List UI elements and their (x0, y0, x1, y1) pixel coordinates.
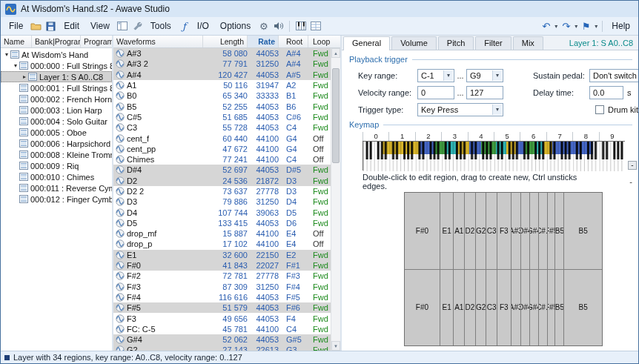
combo-arrow-icon[interactable]: ▾ (492, 70, 502, 81)
effects-icon[interactable]: ƒ (177, 19, 191, 33)
speaker-icon[interactable] (271, 19, 285, 33)
waveform-row[interactable]: F#387 30931250F#4Fwd (113, 282, 331, 292)
velocity-to-field[interactable]: 127 (466, 86, 503, 99)
bookmark-menu-caret-icon[interactable]: ▾ (594, 23, 598, 30)
menu-io[interactable]: I/O (192, 19, 214, 33)
scrollbar-track[interactable] (331, 58, 340, 341)
waveform-row[interactable]: F#551 57944053F#6Fwd (113, 302, 331, 313)
keymap-region[interactable]: F3 (497, 193, 511, 269)
keymap-region[interactable]: E1 (440, 193, 454, 269)
gear-icon[interactable]: ⚙ (256, 19, 271, 33)
tree-item[interactable]: 000:012 : Finger Cymbal (1, 193, 112, 205)
column-length[interactable]: Length (203, 36, 248, 47)
keymap-region[interactable]: A1 (454, 193, 465, 269)
tree-item[interactable]: 000:008 : Kleine Trommel (1, 149, 112, 160)
keymap-region[interactable]: B5 (564, 193, 602, 269)
waveform-row[interactable]: F#272 78127778F#3Fwd (113, 271, 331, 281)
waveform-row[interactable]: F#4116 61644053F#5Fwd (113, 292, 331, 302)
keymap-region[interactable]: G2 (476, 270, 487, 346)
scroll-up-icon[interactable]: ▲ (331, 48, 340, 58)
redo-menu-caret-icon[interactable]: ▾ (574, 23, 578, 30)
waveform-row[interactable]: C355 72844053C4Fwd (113, 122, 331, 133)
tree-column-program[interactable]: Program (81, 36, 112, 47)
keymap-region[interactable]: F#5 (548, 193, 556, 269)
keymap-region[interactable]: F#5 (548, 270, 556, 346)
waveform-row[interactable]: G227 14322613G3Fwd (113, 345, 331, 351)
velocity-from-field[interactable]: 0 (417, 86, 454, 99)
waveform-row[interactable]: F#041 84322027F#1Fwd (113, 260, 331, 271)
piano-view-icon[interactable] (294, 19, 308, 33)
keymap-region[interactable]: D#4 (521, 270, 530, 346)
waveform-row[interactable]: A#358 08044053A#4Fwd (113, 48, 331, 59)
keymap-region[interactable]: A#3 (511, 270, 521, 346)
keymap-region[interactable]: C#.. (539, 193, 548, 269)
keymap-region[interactable]: C3 (486, 193, 497, 269)
zoom-out-button[interactable]: - (628, 161, 637, 170)
keymap-region[interactable]: E1 (440, 270, 454, 346)
keymap-region[interactable]: G#4 (530, 270, 539, 346)
tab-general[interactable]: General (343, 36, 390, 50)
tree-item[interactable]: 000:003 : Lion Harp (1, 105, 112, 116)
waveform-row[interactable]: F349 65644053F4Fwd (113, 313, 331, 323)
keymap-region[interactable]: D2 (465, 193, 476, 269)
open-icon[interactable] (29, 19, 43, 33)
waveform-row[interactable]: Chimes77 24144100C4Off (113, 154, 331, 165)
tab-filter[interactable]: Filter (475, 36, 511, 50)
redo-icon[interactable]: ↷ (559, 19, 573, 33)
bookmark-icon[interactable]: ⚑ (579, 19, 593, 33)
tree-column-bank-program[interactable]: Bank|Program (32, 36, 81, 47)
waveform-row[interactable]: drop_mf15 88744100E4Off (113, 228, 331, 239)
waveform-row[interactable]: C#551 68544053C#6Fwd (113, 112, 331, 122)
keymap-region[interactable]: B5 (564, 270, 602, 346)
tree-item[interactable]: 000:005 : Oboe (1, 127, 112, 138)
trigger-type-combo[interactable]: Key Press ▾ (417, 103, 503, 116)
menu-edit[interactable]: Edit (59, 19, 85, 33)
combo-arrow-icon[interactable]: ▾ (492, 105, 502, 115)
menu-file[interactable]: File (4, 19, 28, 33)
waveform-row[interactable]: D224 53621872D3Fwd (113, 176, 331, 186)
waveform-row[interactable]: D2 273 63727778D3Fwd (113, 186, 331, 196)
waveform-row[interactable]: A#3 277 79131250A#4Fwd (113, 59, 331, 69)
menu-help[interactable]: Help (606, 19, 635, 33)
scroll-down-icon[interactable]: ▼ (331, 341, 340, 351)
keymap-region[interactable]: C3 (486, 270, 497, 346)
keymap-region[interactable]: B5 (555, 193, 564, 269)
waveform-row[interactable]: A150 11631947A2Fwd (113, 80, 331, 90)
tree-item[interactable]: ▾At Wisdom's Hand (1, 49, 112, 60)
scrollbar-thumb[interactable] (332, 68, 340, 163)
keymap-region[interactable]: F#0 (405, 270, 440, 346)
waveform-row[interactable]: E132 60022150E2Fwd (113, 250, 331, 260)
layout-icon[interactable] (116, 19, 130, 33)
sustain-pedal-combo[interactable]: Don't switch ▾ (589, 69, 638, 82)
delay-time-field[interactable]: 0.0 (589, 86, 623, 99)
tree-item[interactable]: 000:001 : Full Strings 89 (1, 82, 112, 93)
waveforms-scrollbar[interactable]: ▲ ▼ (331, 48, 340, 351)
undo-icon[interactable]: ↶ (539, 19, 553, 33)
column-waveforms[interactable]: Waveforms (113, 36, 203, 47)
tab-mix[interactable]: Mix (513, 36, 543, 50)
tab-volume[interactable]: Volume (391, 36, 437, 50)
region-map[interactable]: F#0E1A1D2G2C3F3A#3D#4G#4C#..F#5B5B5F#0E1… (404, 192, 603, 346)
keymap-region[interactable]: A#3 (511, 193, 521, 269)
column-rate[interactable]: Rate (248, 36, 279, 47)
keymap-region[interactable]: G#4 (530, 193, 539, 269)
tree-column-name[interactable]: Name (1, 36, 32, 47)
keymap-region[interactable]: A1 (454, 270, 465, 346)
waveform-row[interactable]: drop_p17 10244100E4Off (113, 239, 331, 249)
key-range-from-combo[interactable]: C-1 ▾ (417, 69, 454, 82)
waveform-row[interactable]: D379 88631250D4Fwd (113, 196, 331, 207)
waveform-row[interactable]: D5133 41544053D6Fwd (113, 218, 331, 228)
piano-keyboard[interactable] (362, 141, 625, 171)
save-icon[interactable] (44, 19, 58, 33)
waveform-row[interactable]: D#452 69744053D#5Fwd (113, 165, 331, 175)
keymap-region[interactable]: D#4 (521, 193, 530, 269)
waveform-row[interactable]: B552 25544053B6Fwd (113, 101, 331, 111)
tree-item[interactable]: 000:004 : Solo Guitar (1, 116, 112, 127)
waveform-row[interactable]: FC: C-545 78144100C4Fwd (113, 324, 331, 334)
menu-tools[interactable]: Tools (145, 19, 176, 33)
waveform-row[interactable]: D4107 74439063D5Fwd (113, 207, 331, 217)
caret-down-icon[interactable]: ▾ (3, 51, 10, 58)
drum-kit-view-checkbox[interactable] (595, 105, 604, 114)
column-loop[interactable]: Loop (308, 36, 340, 47)
caret-right-icon[interactable]: ▸ (21, 73, 28, 80)
